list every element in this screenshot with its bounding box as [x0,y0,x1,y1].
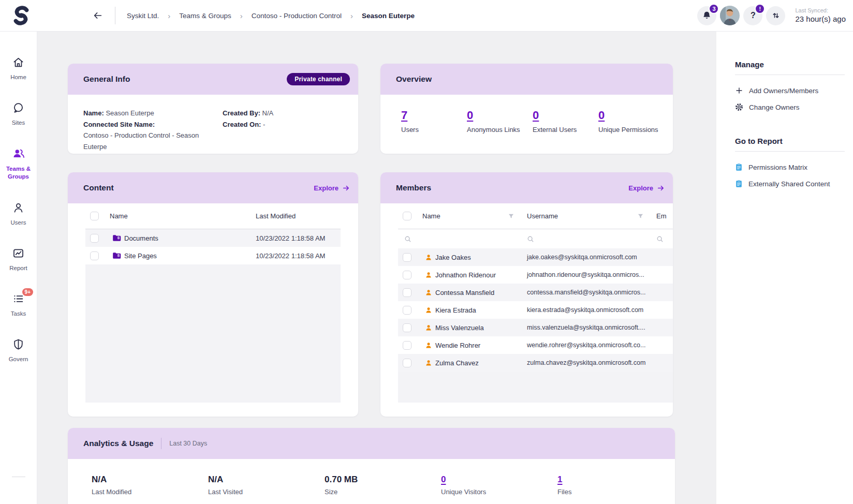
member-row[interactable]: Johnathon Ridenour johnathon.ridenour@sy… [398,266,673,284]
stat-value: N/A [208,475,325,485]
stat-label: Last Visited [208,488,325,496]
breadcrumb-item[interactable]: › Syskit Ltd. [127,12,159,20]
stat-value-link[interactable]: 0 [598,109,605,122]
member-name: Jake Oakes [435,254,471,261]
row-checkbox[interactable] [403,341,411,350]
sidebar-item-teams-groups[interactable]: Teams & Groups [0,147,37,181]
row-checkbox[interactable] [403,271,411,279]
last-synced: Last Synced: 23 hour(s) ago [795,7,846,24]
member-username: contessa.mansfield@syskitqa.onmicros... [522,289,652,296]
sidebar-item-sites[interactable]: Sites [0,101,37,127]
member-row[interactable]: Zulma Chavez zulma.chavez@syskitqa.onmic… [398,354,673,372]
row-checkbox[interactable] [403,323,411,332]
folder-icon [112,234,121,242]
column-header-email[interactable]: Em [652,212,673,220]
stat-value-link[interactable]: 7 [401,109,407,122]
stat-value-link[interactable]: 0 [533,109,539,122]
overview-card: Overview 7 Users 0 Anonymous Links 0 Ext… [380,64,673,154]
member-row[interactable]: Wendie Rohrer wendie.rohrer@syskitqa.onm… [398,336,673,354]
content-item-name: Documents [124,234,158,242]
sidebar-item-tasks[interactable]: 9+ Tasks [0,292,37,318]
select-all-checkbox[interactable] [403,212,411,220]
stat-label: External Users [533,126,593,134]
column-header-name[interactable]: Name [106,212,251,220]
analytics-header: Analytics & Usage Last 30 Days [68,428,675,459]
row-checkbox[interactable] [403,306,411,315]
breadcrumb-item[interactable]: › Teams & Groups [159,11,231,20]
users-icon [12,201,25,216]
row-checkbox[interactable] [403,253,411,262]
folder-icon [112,251,121,260]
select-all-checkbox[interactable] [90,212,99,220]
search-icon [656,235,664,243]
sync-button[interactable] [766,6,785,25]
member-username: jake.oakes@syskitqa.onmicrosoft.com [522,254,652,261]
column-header-name[interactable]: Name [422,212,440,220]
sidebar-item-govern[interactable]: Govern [0,338,37,363]
help-alert-badge: ! [755,4,765,14]
search-email-input[interactable] [652,235,673,243]
general-info-header: General Info Private channel [68,64,358,95]
stat-label: Unique Visitors [441,488,557,496]
filter-icon[interactable] [507,212,515,220]
member-person-icon [425,307,432,314]
breadcrumb-item[interactable]: › Season Euterpe [342,11,415,20]
syskit-logo-icon[interactable] [10,5,32,26]
card-title: General Info [83,75,130,84]
section-divider [735,75,845,75]
content-item-date: 10/23/2022 1:18:58 AM [251,252,341,260]
overview-stat: 0 Unique Permissions [598,109,664,134]
filter-icon[interactable] [637,212,644,220]
member-username: miss.valenzuela@syskitqa.onmicrosoft.... [522,324,652,331]
report-link[interactable]: Permissions Matrix [735,161,845,173]
card-title: Overview [396,75,432,84]
search-username-input[interactable] [522,235,652,243]
breadcrumb-item[interactable]: › Contoso - Production Control [231,11,342,20]
stat-value-link[interactable]: 0 [467,109,473,122]
stat-label: Anonymous Links [467,126,527,134]
row-checkbox[interactable] [90,234,99,243]
row-checkbox[interactable] [403,288,411,297]
member-username: johnathon.ridenour@syskitqa.onmicros... [522,271,652,278]
member-row[interactable]: Miss Valenzuela miss.valenzuela@syskitqa… [398,319,673,336]
change-owners-button[interactable]: Change Owners [735,101,845,113]
members-explore-link[interactable]: Explore [628,184,665,192]
content-row[interactable]: Site Pages 10/23/2022 1:18:58 AM [85,247,341,264]
stat-value: 0.70 MB [325,475,441,485]
content-row[interactable]: Documents 10/23/2022 1:18:58 AM [85,229,341,247]
sidebar-item-home[interactable]: Home [0,56,37,81]
member-name: Contessa Mansfield [435,289,494,297]
content-table: Name Last Modified [85,203,341,403]
column-header-last-modified[interactable]: Last Modified [251,212,341,220]
sidebar: Home Sites Teams & Groups [0,31,37,504]
add-owners-members-button[interactable]: Add Owners/Members [735,85,845,96]
overview-stats: 7 Users 0 Anonymous Links 0 External Use… [380,95,673,134]
notifications-button[interactable]: 3 [697,6,716,25]
stat-label: Size [325,488,441,496]
member-row[interactable]: Contessa Mansfield contessa.mansfield@sy… [398,284,673,301]
content-explore-link[interactable]: Explore [314,184,350,192]
column-header-username[interactable]: Username [527,212,558,220]
sidebar-item-users[interactable]: Users [0,201,37,227]
members-table-empty-area [398,372,673,403]
notification-count-badge: 3 [709,4,719,14]
avatar[interactable] [720,6,740,25]
help-button[interactable]: ? ! [743,6,762,25]
member-row[interactable]: Kiera Estrada kiera.estrada@syskitqa.onm… [398,301,673,319]
search-icon [404,235,411,243]
search-name-input[interactable] [398,235,522,243]
analytics-stat: 0.70 MB Size [325,475,441,496]
members-table-header: Name Username Em [398,203,673,229]
member-person-icon [425,324,432,331]
sidebar-item-report[interactable]: Report [0,247,37,272]
members-rows: Jake Oakes jake.oakes@syskitqa.onmicroso… [398,248,673,372]
go-to-report-section: Go to Report Permissions Matrix [735,137,845,189]
back-button[interactable] [92,10,104,21]
row-checkbox[interactable] [403,359,411,367]
member-row[interactable]: Jake Oakes jake.oakes@syskitqa.onmicroso… [398,248,673,266]
row-checkbox[interactable] [90,251,99,260]
plus-icon [735,86,743,95]
breadcrumb: › Syskit Ltd. › Teams & Groups › Contoso… [127,11,415,20]
report-link[interactable]: Externally Shared Content [735,178,845,189]
home-icon [12,56,25,71]
